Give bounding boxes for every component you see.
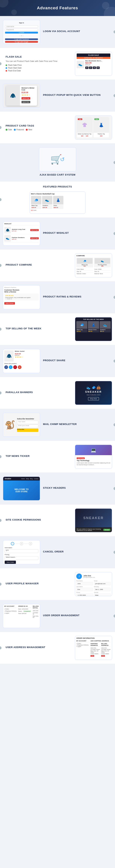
sticky-mock: Sneaker Home Shop Blog Contact WELCOME T… xyxy=(3,477,40,500)
page-header: Advanced Features xyxy=(0,0,115,16)
label-gender: Gender xyxy=(94,592,111,593)
spec-size: Size: M xyxy=(76,271,93,273)
sticky-nav-home[interactable]: Home xyxy=(21,478,25,479)
top-selling-grid: 🧢 Black Cap $25.00 👗 Women Dress $65.00 … xyxy=(76,321,111,332)
billing-edit-btn[interactable]: Edit xyxy=(101,655,105,657)
sticky-nav-contact[interactable]: Contact xyxy=(34,478,38,479)
feature-rating: Women's Fashion Customer ReviewsWrite a … xyxy=(0,281,115,313)
wish-add-btn-1[interactable]: Add to Cart xyxy=(30,229,39,231)
parallax-cta-btn[interactable]: Shop Now xyxy=(88,397,99,400)
flash-timer: 00 14 30 55 xyxy=(85,66,102,69)
field-birthday[interactable]: Jan 1, 1990 xyxy=(94,588,111,591)
cookie-accept-btn[interactable]: Accept xyxy=(104,529,110,531)
circle-left-14 xyxy=(0,455,1,458)
spec2-color: Color: White xyxy=(94,268,111,271)
feat-name-3: Dress xyxy=(53,204,63,207)
tag-label-new: New xyxy=(28,129,32,131)
acc-orders[interactable]: • Orders xyxy=(76,643,89,644)
billing-name: John Doe xyxy=(33,610,39,612)
mailchimp-email-input[interactable]: Enter your email xyxy=(17,425,38,428)
acc-shipping[interactable]: • Shipping & Delivery xyxy=(76,644,89,646)
acc-logout[interactable]: • Logout xyxy=(76,646,89,647)
wishlist-info: PRODUCT WISHLIST xyxy=(40,231,112,236)
address-my-account: MY ACCOUNT • Orders • Shipping & Deliver… xyxy=(76,640,89,657)
feat-name-2: Sneakers xyxy=(42,204,52,207)
rating-title: PRODUCT RATING & REVIEWS xyxy=(43,295,109,298)
account-logout-link[interactable]: • Logout xyxy=(4,612,17,614)
circle-right-17 xyxy=(114,551,115,554)
cancel-label-pricing: Pricing xyxy=(5,554,38,555)
mailchimp-subscribe-btn[interactable]: Subscribe xyxy=(17,429,38,432)
share-preview: 🧥 Winter Jacket $120.00 $180.00 ★★★★☆ Sh… xyxy=(3,349,40,373)
field-phone[interactable]: +1 555 0000 xyxy=(76,593,93,596)
spec2-size: Size: 42 xyxy=(94,271,111,273)
compare-price-1: $25 xyxy=(77,266,93,267)
address-preview: ORDER INFORMATION MY ACCOUNT • Orders • … xyxy=(75,636,112,660)
google-share-icon[interactable]: G xyxy=(18,365,22,369)
feat-price-1: $25.00 xyxy=(31,207,41,209)
field-email[interactable]: john@mail.com xyxy=(94,582,111,585)
address-info: USER ADDRESS MANAGEMENT xyxy=(3,646,75,650)
profile-mock: J John Doe john@example.com First Name J… xyxy=(75,572,112,596)
sticky-nav-shop[interactable]: Shop xyxy=(26,478,29,479)
share-label: Share this product: xyxy=(4,363,39,364)
my-account-label: MY ACCOUNT xyxy=(76,640,89,642)
cart-info: AJAX BASED CART SYSTEM xyxy=(37,173,78,178)
shipping-edit-btn[interactable]: Edit xyxy=(91,655,94,657)
popup-title-text: PRODUCT POPUP WITH QUICK VIEW BUTTON xyxy=(43,94,109,96)
orders-col-account: MY ACCOUNT • Orders • Shipping & Deliver… xyxy=(4,606,17,618)
pinterest-share-icon[interactable]: P xyxy=(13,365,17,369)
orders-header-row: MY ACCOUNT • Orders • Shipping & Deliver… xyxy=(4,606,39,618)
address-title: USER ADDRESS MANAGEMENT xyxy=(6,646,72,649)
circle-right-9 xyxy=(114,296,115,299)
top-img-1: 🧢 xyxy=(76,321,87,329)
feature-cookie: SITE COOKIE PERMISSIONS SNEAKER We use c… xyxy=(0,504,115,536)
top-price-2: $65.00 xyxy=(88,331,99,332)
cancel-select-qty[interactable]: QTY xyxy=(5,549,38,553)
facebook-share-icon[interactable]: f xyxy=(4,365,8,369)
cancel-select-reason[interactable]: Select reason... xyxy=(5,556,38,560)
login-button[interactable]: LOGIN xyxy=(5,32,38,34)
feature-wishlist: WISHLIST 🧥 Autumn Long Coat $75.00 Add t… xyxy=(0,218,115,250)
wish-add-btn-2[interactable]: Add to Cart xyxy=(30,237,39,239)
sticky-nav-blog[interactable]: Blog xyxy=(30,478,33,479)
twitter-share-icon[interactable]: t xyxy=(9,365,13,369)
compare-preview: COMPARE 🧢 Black Cap $25 👟 Running Shoes … xyxy=(75,253,112,278)
cancel-form: Information QTY Pricing Select reason... xyxy=(5,547,38,560)
wish-price-1: $75.00 xyxy=(12,230,29,232)
orders-info: USER ORDER MANAGEMENT xyxy=(40,614,112,618)
news-category-tag: Technology xyxy=(77,457,85,459)
sticky-header-bar: Sneaker Home Shop Blog Contact xyxy=(3,477,40,480)
wishlist-title: PRODUCT WISHLIST xyxy=(43,231,109,234)
account-orders-link[interactable]: • Orders xyxy=(4,608,17,610)
quick-view-btn[interactable]: Add to Cart xyxy=(22,97,30,99)
address-cols: SHIPPING ADDRESS John Doe 123 Main Stree… xyxy=(91,643,111,657)
spec-material: Material: Cotton xyxy=(76,273,93,275)
featured-grid: 🧢 Black Cap $25.00 👟 Sneakers $89.00 👗 D… xyxy=(31,196,84,209)
username-field[interactable]: Username xyxy=(5,25,38,28)
order-total: Total: $245.00 xyxy=(18,613,31,615)
flash-bullet-3: Flash End Date xyxy=(6,69,72,72)
field-gender[interactable]: Male xyxy=(94,593,111,596)
view-order-btn[interactable]: View Order xyxy=(5,561,16,564)
field-last-name[interactable]: Doe xyxy=(76,588,93,591)
google-login-btn[interactable]: G Login with Google xyxy=(5,41,38,43)
news-img: 💻 xyxy=(75,445,112,455)
quick-view-link[interactable]: Quick View xyxy=(22,100,36,103)
mailchimp-name-input[interactable]: Your name xyxy=(17,421,38,424)
circle-right-19 xyxy=(114,615,115,618)
feat-img-3: 👗 xyxy=(53,196,63,204)
facebook-login-btn[interactable]: f Login with Facebook xyxy=(5,38,38,40)
compare-info: PRODUCT COMPARE xyxy=(3,264,75,268)
password-field[interactable]: Password xyxy=(5,29,38,31)
popup-card: 🧥 Women's Winter Coat $120.00 ★★★★☆ Add … xyxy=(6,86,37,105)
account-shipping-link[interactable]: • Shipping & Delivery xyxy=(4,610,17,612)
address-account-row: MY ACCOUNT • Orders • Shipping & Deliver… xyxy=(76,640,111,657)
top-selling-info: TOP SELLING OF THE WEEK xyxy=(3,327,75,331)
write-review-btn[interactable]: Write Review xyxy=(4,301,39,305)
flash-title: FLASH SALE xyxy=(6,55,72,58)
profile-email: john@example.com xyxy=(84,577,95,578)
tag-sale-badge: Sale xyxy=(78,118,82,120)
wishlist-item-1: 🧥 Autumn Long Coat $75.00 Add to Cart xyxy=(4,226,39,234)
field-first-name[interactable]: John xyxy=(76,582,93,585)
